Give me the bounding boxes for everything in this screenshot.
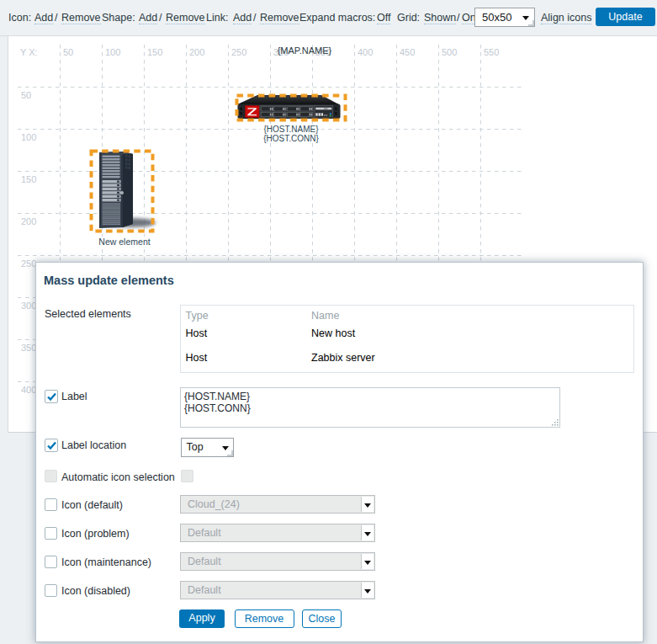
svg-text:250: 250 xyxy=(231,47,246,57)
svg-text:{HOST.NAME}: {HOST.NAME} xyxy=(263,125,319,134)
svg-text:550: 550 xyxy=(484,47,499,57)
svg-text:200: 200 xyxy=(21,216,36,226)
svg-text:Y X:: Y X: xyxy=(20,47,38,57)
svg-text:500: 500 xyxy=(442,47,457,57)
svg-text:{MAP.NAME}: {MAP.NAME} xyxy=(278,45,332,56)
svg-text:50: 50 xyxy=(63,47,73,57)
svg-text:300: 300 xyxy=(21,301,36,311)
svg-text:100: 100 xyxy=(21,132,36,142)
svg-text:250: 250 xyxy=(21,258,36,269)
svg-text:150: 150 xyxy=(21,174,36,184)
svg-text:400: 400 xyxy=(358,47,373,57)
svg-text:New element: New element xyxy=(98,237,150,247)
svg-text:150: 150 xyxy=(147,47,162,57)
svg-text:200: 200 xyxy=(189,47,204,57)
svg-text:50: 50 xyxy=(21,90,31,100)
svg-text:{HOST.CONN}: {HOST.CONN} xyxy=(263,134,319,143)
svg-text:100: 100 xyxy=(105,47,120,57)
svg-text:450: 450 xyxy=(400,47,415,57)
svg-text:350: 350 xyxy=(21,343,36,353)
svg-text:400: 400 xyxy=(21,385,36,395)
